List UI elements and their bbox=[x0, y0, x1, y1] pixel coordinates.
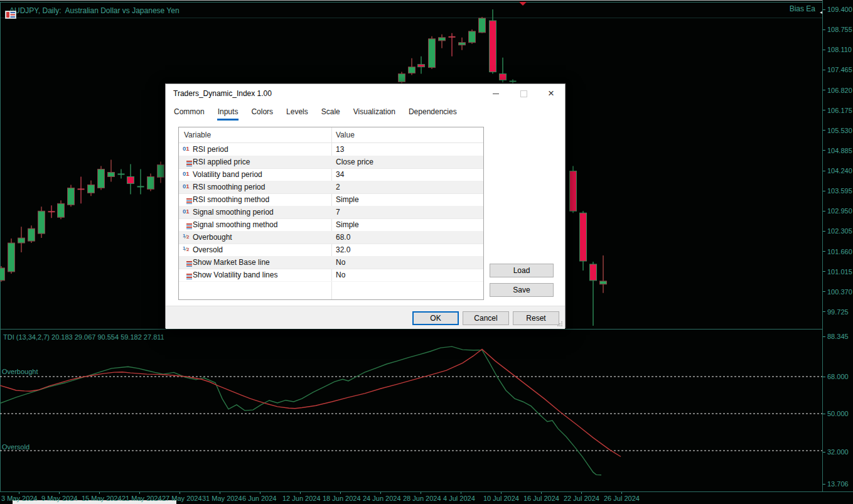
close-button[interactable]: × bbox=[537, 84, 565, 103]
date-tick bbox=[581, 492, 582, 494]
param-row[interactable]: RSI smoothing methodSimple bbox=[179, 193, 483, 206]
price-tick bbox=[823, 70, 825, 70]
date-label: 12 Jun 2024 bbox=[282, 495, 321, 502]
overbought-label: Overbought bbox=[2, 368, 38, 375]
tdi-indicator-chart[interactable] bbox=[0, 330, 822, 491]
param-value[interactable]: No bbox=[336, 271, 345, 279]
param-value[interactable]: Simple bbox=[336, 195, 359, 204]
param-row[interactable]: Show Volatility band linesNo bbox=[179, 269, 483, 282]
tab-inputs[interactable]: Inputs bbox=[217, 105, 239, 121]
time-axis[interactable]: 3 May 20249 May 202415 May 202421 May 20… bbox=[0, 491, 853, 504]
price-label: 105.530 bbox=[827, 127, 852, 134]
param-value[interactable]: No bbox=[336, 258, 345, 267]
integer-type-icon: 01 bbox=[183, 208, 191, 217]
param-row[interactable]: 1⁄2Oversold32.0 bbox=[179, 244, 483, 257]
param-row[interactable]: 1⁄2Overbought68.0 bbox=[179, 231, 483, 244]
tab-visualization[interactable]: Visualization bbox=[353, 105, 396, 121]
price-tick bbox=[823, 231, 825, 232]
price-tick bbox=[823, 271, 825, 272]
date-label: 6 Jun 2024 bbox=[242, 495, 276, 502]
tab-common[interactable]: Common bbox=[173, 105, 205, 121]
expert-advisor-badge[interactable]: Bias Ea bbox=[790, 4, 819, 13]
price-label: 101.660 bbox=[827, 248, 852, 255]
chart-header: AUDJPY, Daily: Australian Dollar vs Japa… bbox=[5, 5, 180, 16]
price-label: 108.110 bbox=[827, 46, 852, 53]
price-tick bbox=[823, 50, 825, 50]
tab-levels[interactable]: Levels bbox=[286, 105, 309, 121]
date-label: 18 Jun 2024 bbox=[323, 495, 361, 502]
price-tick bbox=[823, 311, 825, 312]
param-value[interactable]: 2 bbox=[336, 183, 340, 191]
param-row[interactable]: RSI applied priceClose price bbox=[179, 156, 483, 169]
date-tick bbox=[340, 492, 341, 494]
dialog-footer: OK Cancel Reset bbox=[166, 306, 565, 329]
load-button[interactable]: Load bbox=[490, 264, 554, 277]
column-header-variable: Variable bbox=[184, 131, 211, 139]
enum-type-icon bbox=[183, 195, 191, 204]
enum-type-icon bbox=[183, 271, 191, 279]
price-axis[interactable]: 109.400108.755108.110107.465106.820106.1… bbox=[822, 0, 853, 491]
indicator-scale-label: 68.000 bbox=[827, 373, 849, 380]
price-tick bbox=[823, 171, 825, 171]
candle-up bbox=[399, 72, 405, 83]
tdi-indicator-label: TDI (13,34,2,7) 20.183 29.067 90.554 59.… bbox=[3, 333, 164, 341]
parameters-table: Variable Value 01RSI period13RSI applied… bbox=[178, 127, 484, 300]
price-tick bbox=[823, 29, 825, 30]
integer-type-icon: 01 bbox=[183, 183, 191, 191]
indicator-scale-tick bbox=[823, 377, 825, 377]
candle-up bbox=[88, 180, 95, 196]
dialog-titlebar[interactable]: Traders_Dynamic_Index 1.00 × bbox=[166, 84, 565, 103]
candle-up bbox=[148, 174, 154, 191]
param-row[interactable]: Signal smoothing methodSimple bbox=[179, 218, 483, 232]
price-label: 106.175 bbox=[827, 107, 852, 114]
price-tick bbox=[823, 251, 825, 252]
candle-up bbox=[469, 29, 476, 44]
tab-dependencies[interactable]: Dependencies bbox=[408, 105, 458, 121]
param-value[interactable]: Simple bbox=[336, 220, 359, 229]
date-label: 28 Jun 2024 bbox=[403, 495, 441, 502]
date-tick bbox=[139, 492, 140, 494]
maximize-button[interactable] bbox=[510, 84, 537, 103]
param-name: Signal smoothing period bbox=[193, 208, 274, 217]
indicator-scale-tick bbox=[823, 484, 825, 485]
tab-colors[interactable]: Colors bbox=[250, 105, 274, 121]
param-row[interactable]: 01Signal smoothing period7 bbox=[179, 206, 483, 219]
param-name: Volatility band period bbox=[193, 170, 262, 179]
date-label: 10 Jul 2024 bbox=[483, 495, 519, 502]
candle-down bbox=[490, 9, 496, 74]
save-button[interactable]: Save bbox=[490, 283, 554, 297]
param-value[interactable]: 13 bbox=[336, 145, 344, 154]
dialog-resize-grip[interactable] bbox=[556, 320, 564, 328]
candle-down bbox=[500, 58, 507, 83]
tab-scale[interactable]: Scale bbox=[321, 105, 341, 121]
date-label: 24 Jun 2024 bbox=[363, 495, 401, 502]
param-value[interactable]: 32.0 bbox=[336, 245, 350, 254]
param-value[interactable]: 7 bbox=[336, 208, 340, 217]
param-name: RSI smoothing method bbox=[193, 195, 269, 204]
reset-button[interactable]: Reset bbox=[513, 311, 559, 325]
date-label: 3 May 2024 bbox=[1, 495, 37, 502]
minimize-button[interactable] bbox=[482, 84, 510, 103]
param-name: Show Market Base line bbox=[193, 258, 270, 267]
enum-type-icon bbox=[183, 258, 191, 267]
param-row[interactable]: Show Market Base lineNo bbox=[179, 256, 483, 269]
param-value[interactable]: 34 bbox=[336, 170, 344, 179]
indicator-scale-tick bbox=[823, 452, 825, 453]
param-name: RSI applied price bbox=[193, 158, 250, 166]
param-value[interactable]: 68.0 bbox=[336, 233, 350, 242]
date-label: 21 May 2024 bbox=[122, 495, 162, 502]
price-label: 103.595 bbox=[827, 187, 852, 195]
latest-bar-marker-icon bbox=[519, 2, 527, 6]
candle-up bbox=[108, 160, 115, 182]
price-tick bbox=[823, 191, 825, 191]
param-row[interactable]: 01RSI smoothing period2 bbox=[179, 181, 483, 194]
param-value[interactable]: Close price bbox=[336, 158, 373, 166]
param-row[interactable]: 01RSI period13 bbox=[179, 143, 483, 156]
param-row[interactable]: 01Volatility band period34 bbox=[179, 168, 483, 181]
date-label: 22 Jul 2024 bbox=[564, 495, 599, 502]
candle-doji-up bbox=[137, 169, 144, 195]
maximize-icon bbox=[520, 90, 527, 97]
price-tick bbox=[823, 291, 825, 292]
ok-button[interactable]: OK bbox=[412, 311, 459, 325]
cancel-button[interactable]: Cancel bbox=[463, 311, 509, 325]
